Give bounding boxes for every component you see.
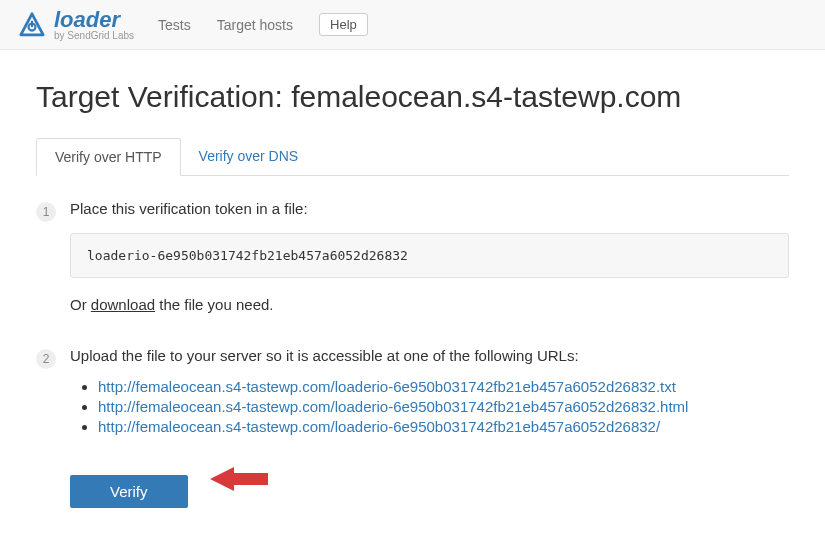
verification-steps: 1 Place this verification token in a fil… bbox=[36, 200, 789, 508]
loader-logo-icon bbox=[18, 11, 46, 39]
step-number: 1 bbox=[36, 202, 56, 222]
tab-verify-http[interactable]: Verify over HTTP bbox=[36, 138, 181, 176]
brand-name: loader bbox=[54, 7, 120, 32]
verification-token[interactable]: loaderio-6e950b031742fb21eb457a6052d2683… bbox=[70, 233, 789, 278]
nav-tests[interactable]: Tests bbox=[158, 17, 191, 33]
verification-url-link[interactable]: http://femaleocean.s4-tastewp.com/loader… bbox=[98, 378, 676, 395]
brand-logo[interactable]: loader by SendGrid Labs bbox=[18, 9, 134, 41]
help-button[interactable]: Help bbox=[319, 13, 368, 36]
list-item: http://femaleocean.s4-tastewp.com/loader… bbox=[98, 418, 789, 435]
svg-marker-2 bbox=[210, 467, 268, 491]
step-1-text: Place this verification token in a file: bbox=[70, 200, 789, 217]
arrow-annotation-icon bbox=[204, 461, 274, 500]
topbar: loader by SendGrid Labs Tests Target hos… bbox=[0, 0, 825, 50]
list-item: http://femaleocean.s4-tastewp.com/loader… bbox=[98, 398, 789, 415]
verification-url-link[interactable]: http://femaleocean.s4-tastewp.com/loader… bbox=[98, 418, 660, 435]
list-item: http://femaleocean.s4-tastewp.com/loader… bbox=[98, 378, 789, 395]
verification-tabs: Verify over HTTP Verify over DNS bbox=[36, 138, 789, 176]
step-1: 1 Place this verification token in a fil… bbox=[36, 200, 789, 331]
brand-byline: by SendGrid Labs bbox=[54, 30, 134, 41]
verify-button[interactable]: Verify bbox=[70, 475, 188, 508]
download-link[interactable]: download bbox=[91, 296, 155, 313]
download-line: Or download the file you need. bbox=[70, 296, 789, 313]
tab-verify-dns[interactable]: Verify over DNS bbox=[181, 138, 317, 175]
page-title: Target Verification: femaleocean.s4-tast… bbox=[36, 80, 789, 114]
step-2-text: Upload the file to your server so it is … bbox=[70, 347, 789, 364]
step-2: 2 Upload the file to your server so it i… bbox=[36, 347, 789, 508]
step-number: 2 bbox=[36, 349, 56, 369]
main-content: Target Verification: femaleocean.s4-tast… bbox=[0, 50, 825, 538]
top-nav: Tests Target hosts Help bbox=[158, 13, 368, 36]
verification-url-link[interactable]: http://femaleocean.s4-tastewp.com/loader… bbox=[98, 398, 688, 415]
nav-target-hosts[interactable]: Target hosts bbox=[217, 17, 293, 33]
verification-urls: http://femaleocean.s4-tastewp.com/loader… bbox=[70, 378, 789, 435]
